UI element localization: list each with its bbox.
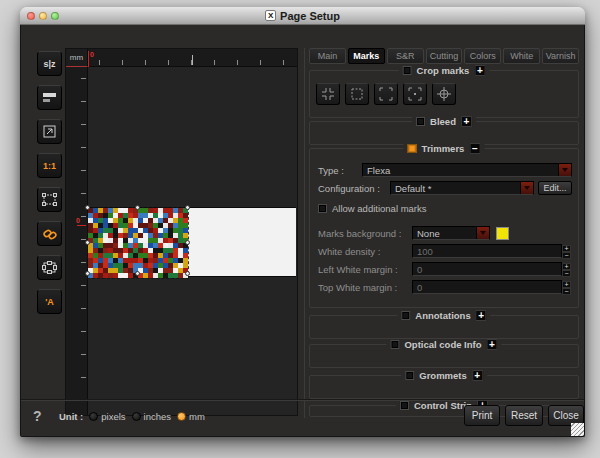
left-white-margin-input[interactable]: 0 + − <box>412 262 562 276</box>
selection-handle-top-center[interactable] <box>135 205 140 210</box>
print-button[interactable]: Print <box>464 405 500 426</box>
selection-handle-bottom-left[interactable] <box>85 271 90 276</box>
bracket-frame-button[interactable] <box>374 83 398 105</box>
resize-grip[interactable] <box>571 423 584 436</box>
tab-marks[interactable]: Marks <box>348 48 385 64</box>
trimmer-config-dropdown-arrow-icon[interactable] <box>520 182 533 194</box>
tab-colors[interactable]: Colors <box>464 48 501 64</box>
close-window-button[interactable] <box>27 12 35 20</box>
pixels-radio[interactable] <box>89 412 98 421</box>
tab-cutting[interactable]: Cutting <box>426 48 463 64</box>
inches-radio[interactable] <box>132 412 141 421</box>
selection-handle-middle-left[interactable] <box>85 240 90 245</box>
marks-background-swatch[interactable] <box>496 227 509 240</box>
reset-button[interactable]: Reset <box>505 405 543 426</box>
trimmer-type-dropdown-arrow-icon[interactable] <box>558 164 571 176</box>
x11-app-icon: X <box>265 10 276 21</box>
trimmers-checkbox[interactable] <box>408 144 417 153</box>
selection-handle-bottom-right[interactable] <box>185 271 190 276</box>
align-bars-button[interactable] <box>37 85 62 110</box>
crop-marks-label: Crop marks <box>417 65 470 76</box>
white-density-step-up-button[interactable]: + <box>562 245 571 252</box>
grommets-expand-button[interactable]: + <box>472 370 483 381</box>
optical-code-section: Optical code Info + <box>309 344 579 368</box>
fit-frame-icon <box>42 193 57 206</box>
registration-target-icon <box>437 87 451 101</box>
mirror-button[interactable]: s|z <box>37 51 62 76</box>
top-white-margin-label: Top White margin : <box>318 282 397 293</box>
bleed-section: Bleed + <box>309 121 579 145</box>
tab-sr[interactable]: S&R <box>387 48 424 64</box>
ruler-unit-label: mm <box>70 53 83 62</box>
link-chain-icon <box>43 227 57 241</box>
vruler-ticks <box>81 78 86 415</box>
marks-background-dropdown-arrow-icon[interactable] <box>476 227 489 239</box>
bleed-expand-button[interactable]: + <box>461 116 472 127</box>
font-icon: 'A <box>45 297 54 307</box>
trimmer-type-label: Type : <box>318 165 344 176</box>
pixels-radio-label: pixels <box>101 411 125 422</box>
trimmer-config-select[interactable]: Default * <box>390 181 534 195</box>
annotations-expand-button[interactable]: + <box>476 310 487 321</box>
unit-option-pixels[interactable]: pixels <box>89 411 125 422</box>
expand-frame-button[interactable] <box>37 255 62 280</box>
unit-option-inches[interactable]: inches <box>132 411 171 422</box>
optical-code-checkbox[interactable] <box>390 340 399 349</box>
tab-bar: Main Marks S&R Cutting Colors White Varn… <box>309 48 579 64</box>
corner-marks-button[interactable] <box>316 83 340 105</box>
titlebar[interactable]: X Page Setup <box>20 7 585 25</box>
top-white-margin-input[interactable]: 0 + − <box>412 280 562 294</box>
vruler-origin-label: 0 <box>76 217 80 224</box>
left-white-margin-value: 0 <box>417 264 422 275</box>
tab-main[interactable]: Main <box>309 48 346 64</box>
unit-label: Unit : <box>59 411 83 422</box>
dashed-frame-button[interactable] <box>345 83 369 105</box>
optical-code-expand-button[interactable]: + <box>487 339 498 350</box>
preview-image[interactable] <box>88 208 188 278</box>
bleed-checkbox[interactable] <box>416 117 425 126</box>
font-button[interactable]: 'A <box>37 289 62 314</box>
mm-radio[interactable] <box>177 412 186 421</box>
panel-divider <box>304 48 305 418</box>
top-white-margin-step-up-button[interactable]: + <box>562 281 571 288</box>
align-bars-icon <box>42 92 57 103</box>
tab-white[interactable]: White <box>503 48 540 64</box>
trimmers-collapse-button[interactable]: − <box>469 143 480 154</box>
trimmers-label: Trimmers <box>422 143 465 154</box>
registration-target-button[interactable] <box>432 83 456 105</box>
zoom-window-button[interactable] <box>51 12 59 20</box>
white-density-step-down-button[interactable]: − <box>562 252 571 259</box>
annotations-checkbox[interactable] <box>401 311 410 320</box>
canvas-frame: mm 0 0 <box>65 48 298 416</box>
crop-marks-expand-button[interactable]: + <box>474 65 485 76</box>
trimmer-config-edit-button[interactable]: Edit... <box>538 181 572 195</box>
corner-marks-icon <box>321 87 335 101</box>
white-density-input[interactable]: 100 + − <box>412 244 562 258</box>
left-white-margin-step-down-button[interactable]: − <box>562 270 571 277</box>
left-white-margin-step-up-button[interactable]: + <box>562 263 571 270</box>
tab-varnish[interactable]: Varnish <box>542 48 579 64</box>
trimmer-type-select[interactable]: Flexa <box>362 163 572 177</box>
minimize-window-button[interactable] <box>39 12 47 20</box>
grommets-checkbox[interactable] <box>405 371 414 380</box>
open-preview-button[interactable] <box>37 119 62 144</box>
zoom-one-to-one-button[interactable]: 1:1 <box>37 153 62 178</box>
crop-marks-checkbox[interactable] <box>403 66 412 75</box>
layout-canvas[interactable] <box>88 67 297 415</box>
unit-option-mm[interactable]: mm <box>177 411 205 422</box>
selection-handle-top-right[interactable] <box>185 205 190 210</box>
crop-marks-section: Crop marks + <box>309 70 579 118</box>
top-white-margin-step-down-button[interactable]: − <box>562 288 571 295</box>
optical-code-label: Optical code Info <box>404 339 481 350</box>
fit-frame-button[interactable] <box>37 187 62 212</box>
link-chain-button[interactable] <box>37 221 62 246</box>
selection-handle-bottom-center[interactable] <box>135 271 140 276</box>
bracket-dots-button[interactable] <box>403 83 427 105</box>
help-button[interactable]: ? <box>33 408 42 424</box>
selection-handle-top-left[interactable] <box>85 205 90 210</box>
allow-additional-marks-checkbox[interactable] <box>318 204 327 213</box>
marks-background-select[interactable]: None <box>412 226 490 240</box>
inches-radio-label: inches <box>144 411 171 422</box>
annotations-label: Annotations <box>415 310 470 321</box>
selection-handle-middle-right[interactable] <box>185 240 190 245</box>
